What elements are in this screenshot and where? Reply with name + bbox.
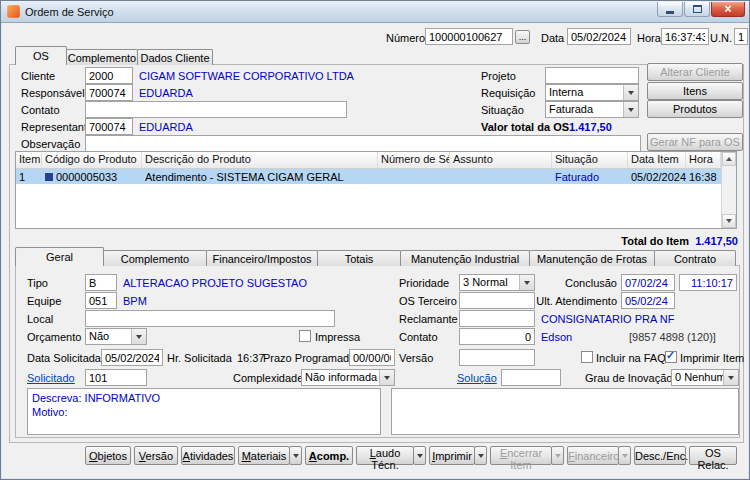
column-header-descri-o-do-produto[interactable]: Descrição do Produto [142, 152, 378, 168]
button-vers-o[interactable]: Versão [134, 446, 178, 465]
situacao-label: Situação [481, 103, 524, 118]
scroll-down-icon[interactable] [722, 214, 736, 228]
minimize-button[interactable] [657, 2, 683, 17]
conclusao-time-input[interactable] [679, 274, 737, 291]
impressa-label: Impressa [315, 330, 360, 345]
contato-input[interactable] [85, 101, 347, 118]
detail-tab-geral[interactable]: Geral [15, 247, 104, 266]
data-input[interactable] [567, 28, 631, 45]
column-header-assunto[interactable]: Assunto [450, 152, 552, 168]
chevron-down-icon [293, 454, 299, 461]
titlebar[interactable]: Ordem de Serviço × [1, 1, 749, 23]
button-financeiro[interactable]: Financeiro [567, 446, 619, 465]
tab-dados-cliente[interactable]: Dados Cliente [137, 49, 213, 65]
chevron-down-icon [131, 329, 146, 344]
row-marker-icon [45, 173, 53, 181]
representante-code-input[interactable] [85, 118, 133, 135]
column-header-data-item[interactable]: Data Item [628, 152, 686, 168]
descricao-textarea[interactable]: Descreva: INFORMATIVO Motivo: [27, 388, 381, 435]
close-button[interactable]: × [711, 2, 745, 17]
chevron-down-icon [555, 454, 561, 461]
chevron-down-icon [623, 102, 638, 117]
button-laudo-t-cn-dropdown[interactable] [413, 446, 426, 465]
button-objetos[interactable]: Objetos [85, 446, 131, 465]
grau-inovacao-select[interactable]: 0 Nenhuma [671, 369, 739, 386]
contato-detalhe-input[interactable] [459, 328, 535, 345]
versao-input[interactable] [459, 349, 535, 366]
button-laudo-t-cn[interactable]: Laudo Técn. [356, 446, 414, 465]
solucao-link[interactable]: Solução [457, 371, 497, 386]
projeto-input[interactable] [545, 67, 639, 84]
column-header-c-digo-do-produto[interactable]: Código do Produto [42, 152, 142, 168]
tab-os[interactable]: OS [15, 46, 67, 65]
orcamento-select[interactable]: Não [85, 328, 147, 345]
complexidade-select[interactable]: Não informada [301, 369, 395, 386]
button-os-relac[interactable]: OS Relac. [689, 446, 737, 465]
tipo-code-input[interactable] [85, 274, 117, 291]
button-encerrar-item-dropdown[interactable] [551, 446, 564, 465]
button-acomp[interactable]: Acomp. [305, 446, 353, 465]
detail-tab-financeiro-impostos[interactable]: Financeiro/Impostos [206, 250, 318, 266]
column-header-n-mero-de-s-rie[interactable]: Número de Série [378, 152, 450, 168]
detail-tab-manuten-o-industrial[interactable]: Manutenção Industrial [400, 250, 530, 266]
equipe-label: Equipe [27, 294, 61, 309]
button-atividades[interactable]: Atividades [181, 446, 235, 465]
column-header-hora[interactable]: Hora [686, 152, 721, 168]
contato-detalhe-label: Contato [399, 330, 438, 345]
ult-atendimento-input[interactable] [621, 292, 675, 309]
grau-inovacao-label: Grau de Inovação [585, 371, 672, 386]
numero-input[interactable] [425, 28, 513, 45]
maximize-button[interactable] [684, 2, 710, 17]
situacao-select[interactable]: Faturada [545, 101, 639, 118]
button-materiais-dropdown[interactable] [289, 446, 302, 465]
scroll-up-icon[interactable] [722, 152, 736, 166]
impressa-checkbox[interactable] [299, 330, 311, 342]
itens-button[interactable]: Itens [647, 82, 743, 100]
button-imprimir-dropdown[interactable] [474, 446, 487, 465]
observacoes-textarea[interactable] [391, 388, 739, 435]
button-materiais[interactable]: Materiais [238, 446, 290, 465]
detail-tab-totais[interactable]: Totais [317, 250, 401, 266]
numero-lookup-button[interactable]: ... [515, 30, 530, 44]
tab-complemento[interactable]: Complemento [66, 49, 138, 65]
detail-tab-contrato[interactable]: Contrato [654, 250, 736, 266]
cliente-code-input[interactable] [85, 67, 133, 84]
os-terceiro-label: OS Terceiro [399, 294, 457, 309]
data-solicitada-label: Data Solicitada [27, 351, 101, 366]
solucao-input[interactable] [501, 369, 561, 386]
un-input[interactable] [734, 28, 748, 45]
responsavel-code-input[interactable] [85, 84, 133, 101]
button-encerrar-item[interactable]: Encerrar Item [490, 446, 552, 465]
grid-vertical-scrollbar[interactable] [721, 152, 736, 228]
un-label: U.N. [710, 31, 732, 46]
detail-tab-manuten-o-de-frotas[interactable]: Manutenção de Frotas [529, 250, 655, 266]
requisicao-select[interactable]: Interna [545, 84, 639, 101]
column-header-item[interactable]: Item [16, 152, 42, 168]
local-input[interactable] [85, 310, 335, 327]
alterar-cliente-button[interactable]: Alterar Cliente [647, 63, 743, 81]
button-desc-enc[interactable]: Desc./Enc. [634, 446, 686, 465]
conclusao-date-input[interactable] [621, 274, 675, 291]
ult-atendimento-label: Ult. Atendimento [521, 294, 617, 309]
column-header-situa-o[interactable]: Situação [552, 152, 628, 168]
prazo-programado-input[interactable] [349, 349, 395, 366]
hora-input[interactable] [661, 28, 709, 45]
produtos-button[interactable]: Produtos [647, 100, 743, 118]
imprimir-item-checkbox[interactable]: ✓ [665, 351, 677, 363]
button-imprimir[interactable]: Imprimir [429, 446, 475, 465]
grid-row[interactable]: 10000005033Atendimento - SISTEMA CIGAM G… [16, 169, 736, 184]
grid-cell [450, 176, 552, 178]
incluir-faq-checkbox[interactable] [581, 351, 593, 363]
reclamante-input[interactable] [459, 310, 535, 327]
contato-detalhe-name: Edson [541, 330, 572, 345]
chevron-down-icon [622, 454, 628, 461]
observacao-input[interactable] [85, 135, 641, 152]
button-financeiro-dropdown[interactable] [618, 446, 631, 465]
gerar-nf-button[interactable]: Gerar NF para OS [647, 133, 743, 151]
solicitado-link[interactable]: Solicitado [27, 371, 75, 386]
detail-tab-complemento[interactable]: Complemento [103, 250, 207, 266]
equipe-code-input[interactable] [85, 292, 117, 309]
solicitado-input[interactable] [85, 369, 147, 386]
data-solicitada-input[interactable] [101, 349, 163, 366]
valor-total-label: Valor total da OS [481, 120, 569, 135]
